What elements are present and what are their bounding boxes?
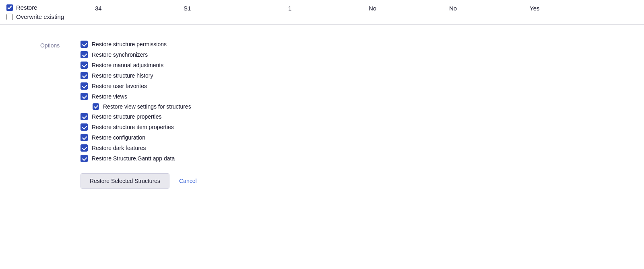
overwrite-checkbox-row[interactable]: Overwrite existing (6, 13, 95, 20)
checkbox-restore-manual-adjustments[interactable] (80, 62, 88, 69)
col-no1: No (369, 5, 449, 12)
col-s1: S1 (184, 5, 288, 12)
restore-checkbox-row[interactable]: Restore (6, 4, 95, 11)
option-label-restore-permissions: Restore structure permissions (92, 41, 167, 47)
checkbox-restore-synchronizers[interactable] (80, 51, 88, 58)
option-label-restore-structure-properties: Restore structure properties (92, 113, 162, 120)
checkbox-restore-view-settings[interactable] (93, 103, 99, 110)
option-label-restore-dark-features: Restore dark features (92, 145, 146, 151)
option-item-restore-structure-properties[interactable]: Restore structure properties (80, 113, 191, 120)
checkbox-restore-dark-features[interactable] (80, 144, 88, 152)
option-item-restore-manual-adjustments[interactable]: Restore manual adjustments (80, 62, 191, 69)
checkbox-restore-structure-item-properties[interactable] (80, 123, 88, 131)
option-item-restore-view-settings[interactable]: Restore view settings for structures (80, 103, 191, 110)
option-item-restore-views[interactable]: Restore views (80, 93, 191, 100)
col-34: 34 (95, 5, 184, 12)
option-label-restore-user-favorites: Restore user favorites (92, 83, 147, 89)
checkbox-restore-views[interactable] (80, 93, 88, 100)
option-label-restore-synchronizers: Restore synchronizers (92, 51, 148, 58)
option-item-restore-structure-item-properties[interactable]: Restore structure item properties (80, 123, 191, 131)
overwrite-checkbox[interactable] (6, 14, 13, 20)
restore-checkbox[interactable] (6, 4, 13, 11)
restore-label: Restore (16, 4, 37, 11)
checkbox-restore-structure-history[interactable] (80, 72, 88, 79)
checkbox-restore-configuration[interactable] (80, 134, 88, 141)
cancel-button[interactable]: Cancel (178, 174, 198, 188)
option-label-restore-views: Restore views (92, 93, 127, 100)
option-label-restore-gantt-data: Restore Structure.Gantt app data (92, 155, 175, 162)
option-item-restore-configuration[interactable]: Restore configuration (80, 134, 191, 141)
restore-selected-button[interactable]: Restore Selected Structures (80, 173, 169, 189)
top-row-left: Restore Overwrite existing (6, 4, 95, 20)
checkbox-restore-structure-properties[interactable] (80, 113, 88, 120)
checkbox-restore-gantt-data[interactable] (80, 155, 88, 162)
options-row: Options Restore structure permissionsRes… (0, 41, 644, 162)
option-label-restore-configuration: Restore configuration (92, 134, 145, 141)
overwrite-label: Overwrite existing (16, 13, 64, 20)
col-no2: No (449, 5, 530, 12)
option-item-restore-user-favorites[interactable]: Restore user favorites (80, 82, 191, 90)
options-label: Options (40, 41, 64, 49)
option-label-restore-structure-history: Restore structure history (92, 72, 153, 79)
option-item-restore-synchronizers[interactable]: Restore synchronizers (80, 51, 191, 58)
actions-row: Restore Selected Structures Cancel (0, 173, 644, 189)
option-item-restore-structure-history[interactable]: Restore structure history (80, 72, 191, 79)
main-content: Options Restore structure permissionsRes… (0, 25, 644, 205)
option-label-restore-manual-adjustments: Restore manual adjustments (92, 62, 163, 68)
option-item-restore-gantt-data[interactable]: Restore Structure.Gantt app data (80, 155, 191, 162)
top-row: Restore Overwrite existing 34 S1 1 No No… (0, 0, 644, 25)
option-item-restore-permissions[interactable]: Restore structure permissions (80, 41, 191, 48)
options-list: Restore structure permissionsRestore syn… (80, 41, 191, 162)
option-label-restore-view-settings: Restore view settings for structures (103, 103, 191, 110)
col-1: 1 (288, 5, 369, 12)
col-yes: Yes (530, 5, 570, 12)
top-row-cols: 34 S1 1 No No Yes (95, 4, 638, 12)
checkbox-restore-permissions[interactable] (80, 41, 88, 48)
option-label-restore-structure-item-properties: Restore structure item properties (92, 124, 174, 130)
checkbox-restore-user-favorites[interactable] (80, 82, 88, 90)
option-item-restore-dark-features[interactable]: Restore dark features (80, 144, 191, 152)
